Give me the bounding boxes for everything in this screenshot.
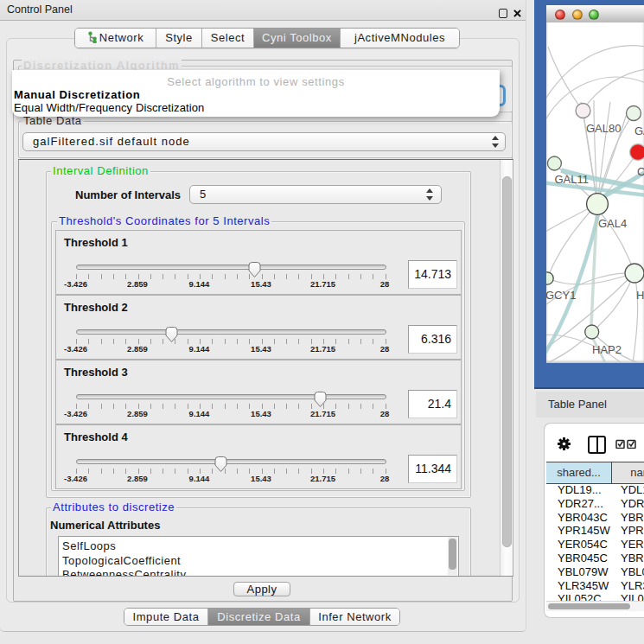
- svg-text:GAL11: GAL11: [555, 173, 590, 186]
- svg-text:HAP2: HAP2: [592, 343, 622, 356]
- svg-text:GAL4: GAL4: [598, 217, 627, 230]
- svg-text:GAL80: GAL80: [586, 122, 621, 135]
- svg-text:GA: GA: [634, 124, 644, 137]
- svg-text:GCY1: GCY1: [546, 289, 576, 302]
- svg-text:C: C: [637, 165, 644, 178]
- svg-text:H: H: [636, 289, 644, 302]
